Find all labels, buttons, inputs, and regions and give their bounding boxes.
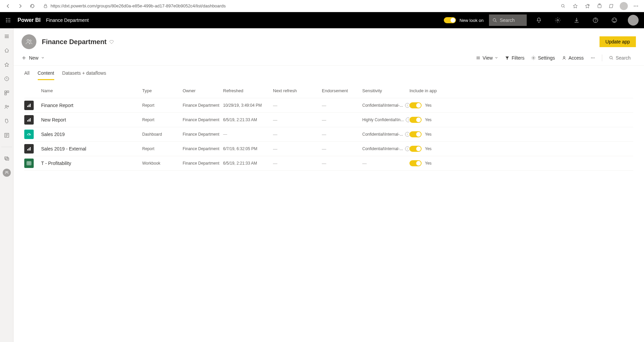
nav-favorites-icon[interactable] [3, 61, 11, 69]
download-icon[interactable] [570, 13, 583, 27]
cell-name[interactable]: Sales 2019 [41, 132, 142, 137]
star-outline-icon[interactable] [570, 1, 581, 11]
nav-my-workspace-icon[interactable] [3, 155, 11, 163]
svg-point-58 [594, 58, 594, 58]
nav-learn-icon[interactable] [3, 117, 11, 125]
tab-content[interactable]: Content [38, 70, 54, 80]
nav-menu-icon[interactable] [3, 32, 11, 40]
col-type[interactable]: Type [142, 88, 183, 93]
forward-button[interactable] [15, 1, 26, 11]
user-avatar[interactable] [626, 13, 640, 27]
col-refreshed[interactable]: Refreshed [223, 88, 273, 93]
top-breadcrumb[interactable]: Finance Department [46, 18, 89, 23]
more-button[interactable] [590, 56, 595, 60]
search-tool[interactable] [609, 55, 636, 61]
plus-icon [22, 56, 26, 60]
premium-diamond-icon [109, 39, 114, 44]
favorites-star-plus-icon[interactable] [582, 1, 593, 11]
search-icon [609, 56, 614, 60]
chevron-down-icon [41, 56, 44, 60]
include-label: Yes [425, 146, 432, 151]
new-button[interactable]: New [22, 55, 44, 61]
cell-name[interactable]: New Report [41, 117, 142, 123]
info-icon[interactable]: i [405, 146, 409, 151]
cell-refreshed: 6/5/19, 2:21:33 AM [223, 117, 273, 122]
search-input[interactable] [616, 55, 636, 61]
col-include[interactable]: Include in app [409, 88, 450, 93]
col-sensitivity[interactable]: Sensitivity [362, 88, 409, 93]
profile-avatar[interactable] [618, 1, 629, 11]
svg-point-13 [8, 18, 8, 19]
info-icon[interactable]: i [405, 132, 409, 137]
nav-current-workspace-icon[interactable] [3, 169, 11, 177]
include-toggle[interactable] [409, 160, 422, 166]
include-label: Yes [425, 161, 432, 166]
cell-owner: Finance Department [183, 117, 223, 122]
svg-point-46 [30, 40, 31, 42]
workbook-icon [24, 159, 34, 168]
filters-button[interactable]: Filters [505, 55, 524, 61]
zoom-icon[interactable] [558, 1, 569, 11]
table-row[interactable]: Finance ReportReportFinance Department10… [24, 98, 633, 113]
include-toggle[interactable] [409, 131, 422, 137]
dashboard-icon [24, 130, 34, 139]
address-bar[interactable]: https://dxt.powerbi.com/groups/80e26d0a-… [39, 3, 556, 8]
include-toggle[interactable] [409, 102, 422, 108]
info-icon[interactable]: i [405, 103, 409, 108]
col-owner[interactable]: Owner [183, 88, 223, 93]
more-icon [590, 56, 595, 60]
nav-apps-icon[interactable] [3, 89, 11, 97]
cell-endorsement: — [322, 146, 362, 151]
notifications-icon[interactable] [532, 13, 546, 27]
nav-workspaces-icon[interactable] [3, 131, 11, 139]
settings-button[interactable]: Settings [531, 55, 555, 61]
nav-recent-icon[interactable] [3, 75, 11, 83]
top-search-box[interactable]: Search [489, 14, 527, 26]
nav-home-icon[interactable] [3, 46, 11, 55]
col-name[interactable]: Name [41, 88, 142, 93]
include-toggle[interactable] [409, 117, 422, 123]
svg-rect-66 [30, 118, 31, 122]
access-button[interactable]: Access [562, 55, 584, 61]
info-icon[interactable]: i [406, 117, 409, 122]
include-toggle[interactable] [409, 146, 422, 152]
svg-rect-7 [598, 5, 601, 8]
view-button[interactable]: View [476, 55, 498, 61]
cell-name[interactable]: Sales 2019 - External [41, 146, 142, 151]
help-icon[interactable] [589, 13, 602, 27]
search-icon [492, 18, 497, 23]
cell-owner: Finance Department [183, 132, 223, 137]
tab-datasets[interactable]: Datasets + dataflows [62, 70, 106, 80]
tab-all[interactable]: All [24, 70, 30, 80]
table-row[interactable]: Sales 2019 - ExternalReportFinance Depar… [24, 142, 633, 156]
svg-rect-0 [44, 6, 47, 8]
feedback-icon[interactable] [608, 13, 621, 27]
update-app-button[interactable]: Update app [600, 36, 636, 47]
table-row[interactable]: New ReportReportFinance Department6/5/19… [24, 113, 633, 127]
extension-icon[interactable] [594, 1, 605, 11]
app-launcher-icon[interactable] [4, 16, 12, 24]
cell-endorsement: — [322, 132, 362, 137]
col-next[interactable]: Next refresh [273, 88, 322, 93]
table-row[interactable]: T - ProfitabilityWorkbookFinance Departm… [24, 156, 633, 171]
new-look-label: New look on [459, 18, 484, 23]
note-icon[interactable] [606, 1, 617, 11]
app-top-bar: Power BI Finance Department New look on … [0, 12, 644, 28]
workspace-header: Finance Department Update app [13, 28, 644, 53]
brand-label[interactable]: Power BI [18, 17, 40, 23]
gear-icon[interactable] [551, 13, 564, 27]
browser-more-icon[interactable] [631, 1, 641, 11]
cell-endorsement: — [322, 117, 362, 123]
nav-shared-icon[interactable] [3, 103, 11, 111]
cell-refreshed: 6/7/19, 6:32:05 PM [223, 146, 273, 151]
cell-name[interactable]: Finance Report [41, 103, 142, 108]
new-look-toggle[interactable] [444, 17, 456, 23]
cell-owner: Finance Department [183, 146, 223, 151]
refresh-button[interactable] [27, 1, 38, 11]
back-button[interactable] [3, 1, 13, 11]
cell-endorsement: — [322, 103, 362, 108]
cell-name[interactable]: T - Profitability [41, 161, 142, 166]
cell-owner: Finance Department [183, 161, 223, 166]
col-endorsement[interactable]: Endorsement [322, 88, 362, 93]
table-row[interactable]: Sales 2019DashboardFinance Department———… [24, 127, 633, 142]
